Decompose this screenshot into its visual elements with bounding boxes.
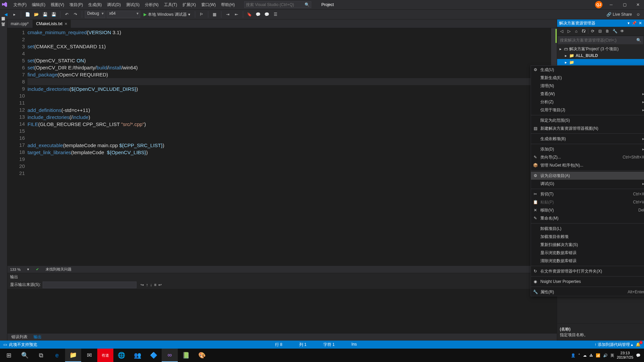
onedrive-icon[interactable]: ☁ (583, 353, 587, 358)
platform-dropdown[interactable]: x64 (107, 11, 140, 18)
context-menu-item[interactable]: 显示浏览数据库错误 (531, 249, 644, 257)
menu-item[interactable]: 编辑(E) (29, 2, 48, 8)
context-menu-item[interactable]: ◉Nsight User Properties (531, 278, 644, 286)
prev-icon[interactable]: ↑ (146, 283, 148, 287)
start-button[interactable]: ⊞ (1, 349, 17, 362)
save-icon[interactable]: 💾 (41, 11, 49, 18)
collapse-icon[interactable]: ⊟ (597, 28, 603, 34)
app-icon-1[interactable]: 🔷 (146, 349, 162, 362)
minimize-button[interactable]: ─ (606, 2, 616, 7)
context-menu-item[interactable]: 调试(G)▸ (531, 180, 644, 188)
context-menu-item[interactable]: ✎类向导(Z)...Ctrl+Shift+X (531, 153, 644, 161)
output-body[interactable] (7, 289, 557, 333)
task-view-button[interactable]: ⧉ (33, 349, 49, 362)
output-source-dropdown[interactable] (43, 282, 137, 288)
new-project-icon[interactable]: 📄 (24, 11, 31, 18)
close-panel-icon[interactable]: ✕ (639, 21, 642, 25)
zoom-level[interactable]: 133 % (10, 267, 20, 272)
close-button[interactable]: ✕ (633, 2, 643, 7)
outdent-icon[interactable]: ⇤ (233, 11, 240, 18)
maximize-button[interactable]: ▢ (620, 2, 629, 7)
bookmark-icon[interactable]: 🔖 (246, 11, 253, 18)
menu-item[interactable]: 工具(T) (161, 2, 180, 8)
context-menu-item[interactable]: 生成依赖项(B)▸ (531, 135, 644, 143)
context-menu-item[interactable]: 添加(D)▸ (531, 145, 644, 153)
solution-search[interactable]: 🔍 (558, 36, 643, 44)
pin-icon[interactable]: 📌 (632, 21, 637, 25)
menu-item[interactable]: 窗口(W) (199, 2, 218, 8)
edge-icon[interactable]: e (49, 349, 65, 362)
project-node-selected[interactable]: ▸ 📁 (557, 59, 644, 66)
context-menu-item[interactable]: ✎重命名(M) (531, 214, 644, 222)
youdao-icon[interactable]: 有道 (97, 349, 113, 362)
context-menu-item[interactable]: 加载项目依赖项 (531, 233, 644, 241)
visual-studio-icon[interactable]: ∞ (162, 349, 178, 362)
solution-tree[interactable]: ▸ 🗃 解决方案'Project' (3 个项目) ▸ 📁 ALL_BUILD … (557, 45, 644, 66)
window-position-icon[interactable]: ▾ (628, 21, 630, 25)
project-context-menu[interactable]: ⚙生成(U)重新生成(E)清理(N)查看(W)▸分析(Z)▸仅用于项目(J)▸限… (531, 65, 644, 296)
solution-node[interactable]: ▸ 🗃 解决方案'Project' (3 个项目) (557, 46, 644, 52)
context-menu-item[interactable]: 📦管理 NuGet 程序包(N)... (531, 161, 644, 169)
context-menu-item[interactable]: 仅用于项目(J)▸ (531, 106, 644, 114)
menu-item[interactable]: 扩展(X) (180, 2, 199, 8)
ime-indicator[interactable]: 英 (610, 353, 614, 358)
chrome-icon[interactable]: 🌐 (113, 349, 129, 362)
volume-icon[interactable]: 🔊 (603, 353, 608, 358)
app-icon-3[interactable]: 🎨 (194, 349, 210, 362)
code-content[interactable]: cmake_minimum_required(VERSION 3.1) set(… (28, 28, 551, 265)
menu-item[interactable]: 项目(P) (67, 2, 86, 8)
undo-icon[interactable]: ↶ (63, 11, 70, 18)
notifications-icon[interactable]: 🔔! (636, 342, 641, 347)
taskbar-clock[interactable]: 23:13 2019/7/25 (617, 351, 633, 360)
source-control-button[interactable]: ↑ 添加到源代码管理 ▴ (594, 342, 633, 348)
start-debug-button[interactable]: ▶ 本地 Windows 调试器 ▾ (142, 12, 192, 17)
comment-icon[interactable]: 💬 (255, 11, 262, 18)
network-icon[interactable]: 🖧 (589, 353, 593, 357)
wifi-icon[interactable]: 📶 (596, 353, 600, 358)
project-node-allbuild[interactable]: ▸ 📁 ALL_BUILD (557, 52, 644, 59)
clear-icon[interactable]: ≡ (154, 283, 156, 287)
system-tray[interactable]: 👤 ˄ ☁ 🖧 📶 🔊 英 23:13 2019/7/25 💬 (571, 351, 643, 360)
menu-item[interactable]: 调试(D) (104, 2, 123, 8)
mail-icon[interactable]: ✉ (81, 349, 97, 362)
context-menu-item[interactable]: 重新生成(E) (531, 74, 644, 82)
context-menu-item[interactable]: 查看(W)▸ (531, 90, 644, 98)
code-editor[interactable]: 123456789101112131415161718192021 cmake_… (7, 28, 557, 265)
user-avatar[interactable]: QJ (595, 1, 602, 8)
goto-icon[interactable]: ↪ (141, 283, 144, 287)
context-menu-item[interactable]: 重新扫描解决方案(S) (531, 241, 644, 249)
document-tab[interactable]: main.cpp* (7, 20, 32, 28)
refresh-icon[interactable]: ⟳ (590, 28, 596, 34)
context-menu-item[interactable]: 分析(Z)▸ (531, 98, 644, 106)
menu-item[interactable]: 帮助(H) (218, 2, 237, 8)
menu-item[interactable]: 生成(B) (86, 2, 104, 8)
uncomment-icon[interactable]: 💬 (263, 11, 271, 18)
menu-item[interactable]: 测试(S) (123, 2, 142, 8)
open-file-icon[interactable]: 📂 (33, 11, 40, 18)
indent-icon[interactable]: ⇥ (224, 11, 231, 18)
action-center-icon[interactable]: 💬 (636, 353, 641, 358)
context-menu-item[interactable]: ⚙设为启动项目(A) (531, 172, 644, 180)
output-tab[interactable]: 输出 (31, 334, 44, 340)
forward-icon[interactable]: ▷ (566, 28, 572, 34)
context-menu-item[interactable]: 🔧属性(R)Alt+Enter (531, 288, 644, 296)
toggle-icon[interactable]: ☰ (272, 11, 279, 18)
properties-icon[interactable]: 🔧 (612, 28, 618, 34)
context-menu-item[interactable]: ✕移除(V)Del (531, 206, 644, 214)
app-icon-2[interactable]: 📗 (178, 349, 194, 362)
next-icon[interactable]: ↓ (150, 283, 152, 287)
show-all-icon[interactable]: 🗎 (604, 28, 610, 34)
toolbox-tab[interactable]: 工具箱 (0, 26, 7, 32)
server-explorer-tab[interactable]: 服务器资源管理器 (0, 21, 7, 26)
teams-icon[interactable]: 👥 (129, 349, 146, 362)
solution-search-input[interactable] (560, 38, 636, 43)
wrap-icon[interactable]: ↩ (158, 283, 162, 287)
menu-item[interactable]: 视图(V) (48, 2, 67, 8)
document-tab[interactable]: CMakeLists.txt✕ (33, 20, 71, 28)
home-icon[interactable]: ⌂ (573, 28, 579, 34)
error-list-tab[interactable]: 错误列表 (9, 334, 30, 340)
context-menu-item[interactable]: 清理(N) (531, 82, 644, 90)
context-menu-item[interactable]: 卸载项目(L) (531, 225, 644, 233)
step-into-icon[interactable]: 🏳 (198, 11, 205, 18)
people-icon[interactable]: 👤 (571, 353, 576, 358)
